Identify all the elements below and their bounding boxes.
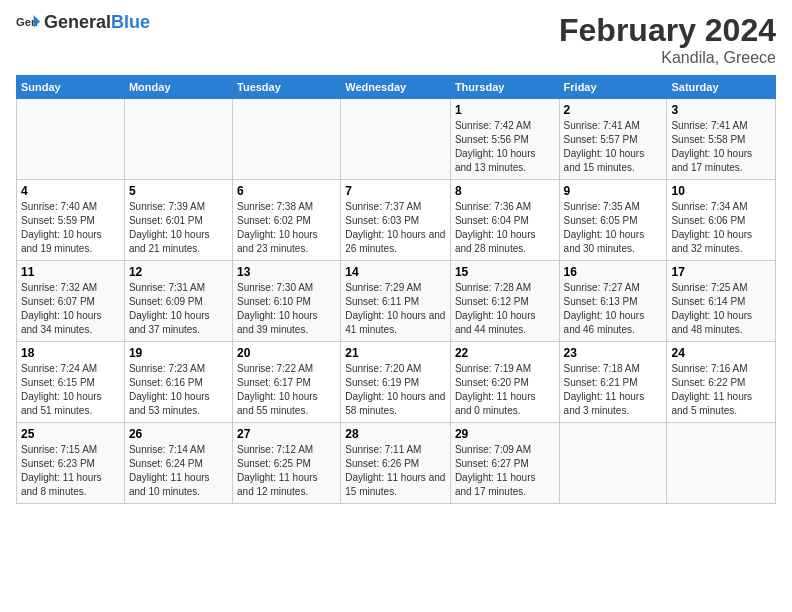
calendar-body: 1Sunrise: 7:42 AM Sunset: 5:56 PM Daylig… <box>17 99 776 504</box>
table-row: 26Sunrise: 7:14 AM Sunset: 6:24 PM Dayli… <box>124 423 232 504</box>
cell-content: Sunrise: 7:41 AM Sunset: 5:57 PM Dayligh… <box>564 119 663 175</box>
cell-content: Sunrise: 7:12 AM Sunset: 6:25 PM Dayligh… <box>237 443 336 499</box>
calendar-week-row: 4Sunrise: 7:40 AM Sunset: 5:59 PM Daylig… <box>17 180 776 261</box>
page-container: Gen GeneralBlue February 2024 Kandila, G… <box>0 0 792 512</box>
day-number: 5 <box>129 184 228 198</box>
table-row: 5Sunrise: 7:39 AM Sunset: 6:01 PM Daylig… <box>124 180 232 261</box>
cell-content: Sunrise: 7:40 AM Sunset: 5:59 PM Dayligh… <box>21 200 120 256</box>
cell-content: Sunrise: 7:18 AM Sunset: 6:21 PM Dayligh… <box>564 362 663 418</box>
cell-content: Sunrise: 7:19 AM Sunset: 6:20 PM Dayligh… <box>455 362 555 418</box>
cell-content: Sunrise: 7:25 AM Sunset: 6:14 PM Dayligh… <box>671 281 771 337</box>
table-row <box>667 423 776 504</box>
table-row: 1Sunrise: 7:42 AM Sunset: 5:56 PM Daylig… <box>450 99 559 180</box>
table-row <box>17 99 125 180</box>
header-thursday: Thursday <box>450 76 559 99</box>
table-row <box>559 423 667 504</box>
cell-content: Sunrise: 7:11 AM Sunset: 6:26 PM Dayligh… <box>345 443 446 499</box>
day-number: 6 <box>237 184 336 198</box>
day-number: 4 <box>21 184 120 198</box>
day-number: 27 <box>237 427 336 441</box>
day-number: 15 <box>455 265 555 279</box>
table-row: 24Sunrise: 7:16 AM Sunset: 6:22 PM Dayli… <box>667 342 776 423</box>
table-row: 27Sunrise: 7:12 AM Sunset: 6:25 PM Dayli… <box>233 423 341 504</box>
cell-content: Sunrise: 7:35 AM Sunset: 6:05 PM Dayligh… <box>564 200 663 256</box>
cell-content: Sunrise: 7:14 AM Sunset: 6:24 PM Dayligh… <box>129 443 228 499</box>
cell-content: Sunrise: 7:28 AM Sunset: 6:12 PM Dayligh… <box>455 281 555 337</box>
table-row: 23Sunrise: 7:18 AM Sunset: 6:21 PM Dayli… <box>559 342 667 423</box>
cell-content: Sunrise: 7:30 AM Sunset: 6:10 PM Dayligh… <box>237 281 336 337</box>
table-row: 14Sunrise: 7:29 AM Sunset: 6:11 PM Dayli… <box>341 261 451 342</box>
calendar-week-row: 11Sunrise: 7:32 AM Sunset: 6:07 PM Dayli… <box>17 261 776 342</box>
day-number: 9 <box>564 184 663 198</box>
day-number: 13 <box>237 265 336 279</box>
header-friday: Friday <box>559 76 667 99</box>
header: Gen GeneralBlue February 2024 Kandila, G… <box>16 12 776 67</box>
day-number: 29 <box>455 427 555 441</box>
cell-content: Sunrise: 7:23 AM Sunset: 6:16 PM Dayligh… <box>129 362 228 418</box>
cell-content: Sunrise: 7:34 AM Sunset: 6:06 PM Dayligh… <box>671 200 771 256</box>
cell-content: Sunrise: 7:42 AM Sunset: 5:56 PM Dayligh… <box>455 119 555 175</box>
header-wednesday: Wednesday <box>341 76 451 99</box>
table-row: 4Sunrise: 7:40 AM Sunset: 5:59 PM Daylig… <box>17 180 125 261</box>
table-row: 28Sunrise: 7:11 AM Sunset: 6:26 PM Dayli… <box>341 423 451 504</box>
cell-content: Sunrise: 7:22 AM Sunset: 6:17 PM Dayligh… <box>237 362 336 418</box>
day-number: 25 <box>21 427 120 441</box>
day-number: 7 <box>345 184 446 198</box>
day-number: 18 <box>21 346 120 360</box>
table-row <box>341 99 451 180</box>
table-row: 29Sunrise: 7:09 AM Sunset: 6:27 PM Dayli… <box>450 423 559 504</box>
table-row: 22Sunrise: 7:19 AM Sunset: 6:20 PM Dayli… <box>450 342 559 423</box>
day-number: 1 <box>455 103 555 117</box>
day-number: 19 <box>129 346 228 360</box>
location-subtitle: Kandila, Greece <box>559 49 776 67</box>
logo-text: GeneralBlue <box>44 12 150 33</box>
table-row: 19Sunrise: 7:23 AM Sunset: 6:16 PM Dayli… <box>124 342 232 423</box>
day-number: 12 <box>129 265 228 279</box>
table-row: 16Sunrise: 7:27 AM Sunset: 6:13 PM Dayli… <box>559 261 667 342</box>
table-row: 9Sunrise: 7:35 AM Sunset: 6:05 PM Daylig… <box>559 180 667 261</box>
header-tuesday: Tuesday <box>233 76 341 99</box>
day-number: 8 <box>455 184 555 198</box>
page-title: February 2024 <box>559 12 776 49</box>
header-sunday: Sunday <box>17 76 125 99</box>
table-row: 20Sunrise: 7:22 AM Sunset: 6:17 PM Dayli… <box>233 342 341 423</box>
logo: Gen GeneralBlue <box>16 12 150 33</box>
day-number: 21 <box>345 346 446 360</box>
cell-content: Sunrise: 7:41 AM Sunset: 5:58 PM Dayligh… <box>671 119 771 175</box>
table-row <box>233 99 341 180</box>
cell-content: Sunrise: 7:31 AM Sunset: 6:09 PM Dayligh… <box>129 281 228 337</box>
calendar-week-row: 18Sunrise: 7:24 AM Sunset: 6:15 PM Dayli… <box>17 342 776 423</box>
day-number: 16 <box>564 265 663 279</box>
table-row: 25Sunrise: 7:15 AM Sunset: 6:23 PM Dayli… <box>17 423 125 504</box>
cell-content: Sunrise: 7:39 AM Sunset: 6:01 PM Dayligh… <box>129 200 228 256</box>
table-row: 17Sunrise: 7:25 AM Sunset: 6:14 PM Dayli… <box>667 261 776 342</box>
table-row: 10Sunrise: 7:34 AM Sunset: 6:06 PM Dayli… <box>667 180 776 261</box>
day-number: 26 <box>129 427 228 441</box>
day-number: 3 <box>671 103 771 117</box>
day-number: 10 <box>671 184 771 198</box>
table-row: 13Sunrise: 7:30 AM Sunset: 6:10 PM Dayli… <box>233 261 341 342</box>
cell-content: Sunrise: 7:16 AM Sunset: 6:22 PM Dayligh… <box>671 362 771 418</box>
cell-content: Sunrise: 7:32 AM Sunset: 6:07 PM Dayligh… <box>21 281 120 337</box>
day-number: 22 <box>455 346 555 360</box>
calendar-header-row: Sunday Monday Tuesday Wednesday Thursday… <box>17 76 776 99</box>
table-row: 15Sunrise: 7:28 AM Sunset: 6:12 PM Dayli… <box>450 261 559 342</box>
cell-content: Sunrise: 7:15 AM Sunset: 6:23 PM Dayligh… <box>21 443 120 499</box>
cell-content: Sunrise: 7:36 AM Sunset: 6:04 PM Dayligh… <box>455 200 555 256</box>
table-row: 3Sunrise: 7:41 AM Sunset: 5:58 PM Daylig… <box>667 99 776 180</box>
cell-content: Sunrise: 7:38 AM Sunset: 6:02 PM Dayligh… <box>237 200 336 256</box>
day-number: 28 <box>345 427 446 441</box>
day-number: 24 <box>671 346 771 360</box>
table-row: 2Sunrise: 7:41 AM Sunset: 5:57 PM Daylig… <box>559 99 667 180</box>
calendar-week-row: 1Sunrise: 7:42 AM Sunset: 5:56 PM Daylig… <box>17 99 776 180</box>
day-number: 23 <box>564 346 663 360</box>
table-row: 6Sunrise: 7:38 AM Sunset: 6:02 PM Daylig… <box>233 180 341 261</box>
table-row: 11Sunrise: 7:32 AM Sunset: 6:07 PM Dayli… <box>17 261 125 342</box>
day-number: 20 <box>237 346 336 360</box>
table-row <box>124 99 232 180</box>
day-number: 17 <box>671 265 771 279</box>
table-row: 12Sunrise: 7:31 AM Sunset: 6:09 PM Dayli… <box>124 261 232 342</box>
cell-content: Sunrise: 7:29 AM Sunset: 6:11 PM Dayligh… <box>345 281 446 337</box>
calendar-table: Sunday Monday Tuesday Wednesday Thursday… <box>16 75 776 504</box>
day-number: 11 <box>21 265 120 279</box>
